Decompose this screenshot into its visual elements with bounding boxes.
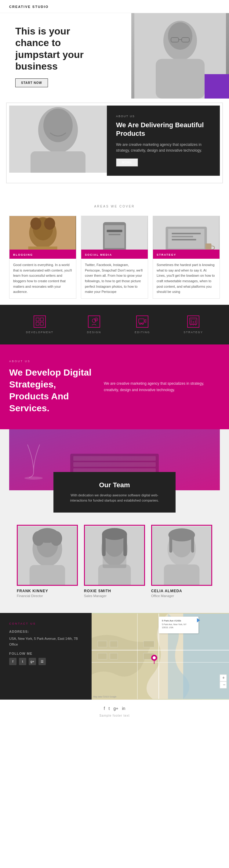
svg-point-43 — [142, 323, 144, 324]
svg-rect-58 — [73, 456, 156, 461]
svg-text:10016, USA: 10016, USA — [162, 626, 173, 628]
contact-label: CONTACT US — [9, 622, 82, 625]
strip-item-design: DESIGN — [87, 315, 102, 334]
contact-facebook-icon[interactable]: f — [9, 658, 17, 665]
pink-about-left: ABOUT US We Develop Digital Strategies, … — [9, 360, 95, 414]
frank-photo — [17, 525, 78, 586]
strategy-desc: Sometimes the hardest part is knowing wh… — [153, 259, 220, 299]
svg-rect-83 — [191, 532, 194, 553]
svg-rect-29 — [172, 236, 193, 237]
hero-section: This is your chance to jumpstart your bu… — [0, 13, 229, 105]
svg-rect-65 — [30, 565, 65, 586]
about-text-box: ABOUT US We Are Delivering Beautiful Pro… — [107, 105, 220, 176]
hero-photo — [131, 13, 229, 98]
team-card-celia: CELIA ALMEDA Office Manager — [151, 525, 212, 598]
team-grid: FRANK KINNEY Financial Director ROXIE SM… — [9, 525, 220, 598]
dark-strip-icons: DEVELOPMENT DESIGN — [9, 315, 220, 334]
contact-google-icon[interactable]: g+ — [29, 658, 36, 665]
strategy-photo: STRATEGY — [153, 216, 220, 259]
svg-rect-59 — [73, 462, 156, 467]
map-placeholder: 5 Park Ave #140b 5 Park Ave, New York, N… — [92, 613, 229, 700]
editing-label: EDITING — [135, 331, 150, 334]
svg-rect-94 — [144, 641, 154, 647]
contact-section: CONTACT US Address: USA, New York, 5 Par… — [0, 613, 229, 700]
pink-about-heading: We Develop Digital Strategies, Products … — [9, 366, 95, 414]
roxie-photo — [84, 525, 145, 586]
svg-rect-90 — [98, 641, 107, 647]
footer-google-icon[interactable]: g+ — [113, 706, 118, 711]
svg-text:−: − — [223, 682, 225, 687]
celia-name: CELIA ALMEDA — [151, 589, 212, 593]
social-label: SOCIAL MEDIA — [85, 253, 112, 256]
svg-point-74 — [102, 528, 127, 540]
social-photo: SOCIAL MEDIA — [81, 216, 148, 259]
pink-about-right: We are creative marketing agency that sp… — [104, 380, 220, 393]
blogging-photo: BLOGGING — [9, 216, 76, 259]
development-label: DEVELOPMENT — [26, 331, 53, 334]
svg-rect-30 — [172, 239, 196, 240]
svg-rect-48 — [193, 321, 194, 323]
team-section: Our Team With dedication we develop awes… — [0, 429, 229, 613]
hero-cta-button[interactable]: START NOW — [15, 79, 48, 87]
area-card-blogging: BLOGGING Good content is everything. In … — [9, 216, 76, 299]
social-label-bar: SOCIAL MEDIA — [81, 250, 148, 259]
development-icon — [34, 315, 46, 328]
about-label: ABOUT US — [116, 115, 211, 118]
svg-rect-28 — [172, 233, 201, 234]
svg-text:Map data ©2023 Google: Map data ©2023 Google — [93, 695, 116, 698]
svg-rect-93 — [110, 653, 118, 659]
dark-strip-section: DEVELOPMENT DESIGN — [0, 305, 229, 344]
svg-point-67 — [33, 531, 45, 546]
team-card-frank: FRANK KINNEY Financial Director — [17, 525, 78, 598]
footer-linkedin-icon[interactable]: in — [122, 706, 125, 711]
footer-social: f t g+ in — [9, 706, 220, 711]
area-card-strategy: STRATEGY Sometimes the hardest part is k… — [153, 216, 220, 299]
frank-role: Financial Director — [17, 594, 78, 598]
contact-follow-label: Follow me — [9, 652, 82, 655]
hero-heading: This is your chance to jumpstart your bu… — [15, 25, 113, 72]
svg-point-2 — [168, 22, 192, 50]
strategy-label-bar: STRATEGY — [153, 250, 220, 259]
svg-point-9 — [44, 108, 73, 142]
strip-item-development: DEVELOPMENT — [26, 315, 53, 334]
svg-rect-33 — [40, 318, 44, 321]
contact-instagram-icon[interactable]: ☰ — [38, 658, 46, 665]
contact-twitter-icon[interactable]: t — [19, 658, 26, 665]
roxie-role: Sales Manager — [84, 594, 145, 598]
svg-point-15 — [31, 218, 41, 230]
svg-rect-47 — [191, 320, 192, 323]
blogging-desc: Good content is everything. In a world t… — [9, 259, 76, 299]
pink-about-label: ABOUT US — [9, 360, 95, 363]
strip-item-editing: EDITING — [135, 315, 150, 334]
hero-purple-accent — [205, 74, 229, 98]
areas-section-label: AREAS WE COVER — [9, 205, 220, 208]
about-description: We are creative marketing agency that sp… — [116, 142, 211, 153]
svg-rect-10 — [31, 151, 85, 173]
svg-rect-73 — [103, 538, 126, 568]
about-section: ABOUT US We Are Delivering Beautiful Pro… — [9, 105, 220, 181]
map-area: 5 Park Ave #140b 5 Park Ave, New York, N… — [92, 613, 229, 700]
logo: CREATIVE STUDIO — [9, 5, 49, 8]
strip-item-strategy: STRATEGY — [183, 315, 203, 334]
svg-rect-31 — [205, 244, 211, 250]
team-card-roxie: ROXIE SMITH Sales Manager — [84, 525, 145, 598]
svg-rect-82 — [169, 532, 172, 553]
roxie-name: ROXIE SMITH — [84, 589, 145, 593]
footer-twitter-icon[interactable]: t — [109, 706, 110, 711]
footer-text: Sample footer text — [9, 714, 220, 717]
svg-text:+: + — [222, 675, 225, 680]
contact-address-label: Address: — [9, 630, 82, 633]
contact-address: USA, New York, 5 Park Avenue, East 14th,… — [9, 636, 82, 647]
team-header-box: Our Team With dedication we develop awes… — [53, 472, 176, 513]
editing-icon — [136, 315, 148, 328]
contact-social-icons: f t g+ ☰ — [9, 658, 82, 665]
svg-rect-49 — [195, 320, 196, 323]
svg-text:5 Park Ave, New York, NY: 5 Park Ave, New York, NY — [162, 623, 187, 625]
svg-rect-92 — [98, 653, 107, 659]
areas-grid: BLOGGING Good content is everything. In … — [9, 216, 220, 299]
about-more-button[interactable]: MORE — [116, 158, 138, 166]
footer: f t g+ in Sample footer text — [0, 700, 229, 723]
footer-facebook-icon[interactable]: f — [104, 706, 105, 711]
design-label: DESIGN — [87, 331, 102, 334]
svg-point-42 — [140, 323, 141, 324]
